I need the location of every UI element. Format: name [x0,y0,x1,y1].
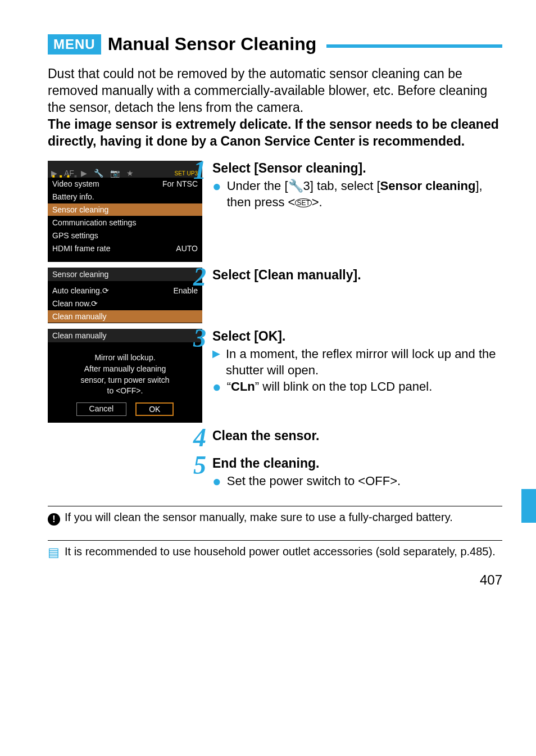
cancel-button: Cancel [76,402,127,416]
step-5-heading: End the cleaning. [212,456,502,471]
warning-icon: ! [48,510,65,527]
triangle-bullet-icon: ▶ [212,346,220,378]
step-1-bullet: ● Under the [🔧3] tab, select [Sensor cle… [212,178,502,210]
screen-title: Sensor cleaning [48,268,202,281]
info-icon: ▤ [48,544,65,561]
menu-item: Video systemFor NTSC [48,178,202,191]
playback-tab-icon: ▶ [81,169,87,178]
title-rule [326,44,502,48]
step-3-bullet-1: ▶ In a moment, the reflex mirror will lo… [212,346,502,378]
cfn-tab-icon: 📷 [110,169,120,178]
bullet-dot-icon: ● [212,379,221,395]
info-note: ▤ It is recommended to use household pow… [48,540,502,561]
menu-item: HDMI frame rateAUTO [48,242,202,255]
clean-now-icon: .⟳ [89,299,98,308]
menu-item-highlight: Clean manually [48,310,202,323]
step-5-bullet: ● Set the power switch to <OFF>. [212,473,502,490]
page-title: Manual Sensor Cleaning [108,34,317,55]
step-2-heading: Select [Clean manually]. [212,268,502,283]
section-tab [521,489,536,523]
screen-sensor-cleaning: Sensor cleaning Auto cleaning.⟳Enable Cl… [48,268,202,323]
star-tab-icon: ★ [126,169,134,178]
step-number-1: 1 [193,155,206,185]
set-button-icon: SET [295,198,311,207]
warning-note: ! If you will clean the sensor manually,… [48,506,502,527]
step-number-2: 2 [193,262,206,292]
menu-item: Battery info. [48,191,202,203]
step-number-3: 3 [193,323,206,353]
wrench-icon: 🔧 [288,179,303,193]
menu-item: GPS settings [48,229,202,242]
ok-button: OK [135,402,174,416]
intro-p1: Dust that could not be removed by the au… [48,66,487,115]
screen-title: Clean manually [48,329,202,342]
menu-badge: MENU [48,34,101,55]
menu-item: Communication settings [48,216,202,229]
intro-text: Dust that could not be removed by the au… [48,66,502,150]
page-dots: ■ ■ ■ ■ [52,174,79,179]
menu-item: Clean now.⟳ [48,297,202,310]
screen-clean-manually: Clean manually Mirror will lockup. After… [48,329,202,422]
menu-item: Auto cleaning.⟳Enable [48,284,202,297]
bullet-dot-icon: ● [212,473,221,490]
menu-item-highlight: Sensor cleaning [48,203,202,216]
step-1-heading: Select [Sensor cleaning]. [212,161,502,176]
step-number-4: 4 [193,423,206,452]
step-number-5: 5 [193,450,206,480]
bullet-dot-icon: ● [212,178,221,210]
page-number: 407 [48,572,502,588]
step-4-heading: Clean the sensor. [212,428,502,443]
dialog-body: Mirror will lockup. After manually clean… [48,342,202,402]
intro-p2: The image sensor is extremely delicate. … [48,117,499,148]
step-3-heading: Select [OK]. [212,329,502,344]
screen-setup-menu: ▶ AF ▶ 🔧 📷 ★ ■ ■ ■ ■ SET UP3 Video syste… [48,161,202,262]
wrench-tab-icon: 🔧 [94,169,103,178]
page-heading: MENU Manual Sensor Cleaning [48,34,502,55]
step-3-bullet-2: ● “CLn” will blink on the top LCD panel. [212,379,502,395]
auto-clean-icon: .⟳ [100,286,109,295]
